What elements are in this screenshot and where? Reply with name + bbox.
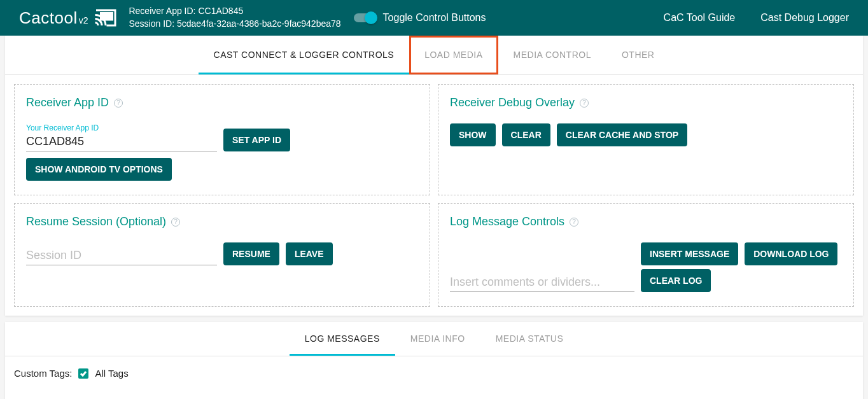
lower-tabs: LOG MESSAGES MEDIA INFO MEDIA STATUS bbox=[5, 322, 863, 356]
app-version-text: v2 bbox=[79, 15, 88, 25]
panel-title-debug-overlay: Receiver Debug Overlay ? bbox=[450, 96, 842, 109]
panel-title-text: Receiver Debug Overlay bbox=[450, 96, 575, 109]
input-label: Your Receiver App ID bbox=[26, 123, 217, 132]
link-cac-tool-guide[interactable]: CaC Tool Guide bbox=[664, 12, 736, 24]
panel-body: RESUME LEAVE bbox=[26, 242, 418, 265]
clear-cache-stop-button[interactable]: CLEAR CACHE AND STOP bbox=[557, 123, 687, 146]
panel-title-text: Resume Session (Optional) bbox=[26, 215, 166, 228]
tab-log-messages[interactable]: LOG MESSAGES bbox=[290, 322, 395, 356]
app-title: Cactoolv2 bbox=[19, 8, 88, 28]
link-cast-debug-logger[interactable]: Cast Debug Logger bbox=[760, 12, 849, 24]
log-comment-input-group bbox=[450, 274, 634, 292]
debug-overlay-buttons: SHOW CLEAR CLEAR CACHE AND STOP bbox=[450, 123, 842, 146]
panel-receiver-app-id: Receiver App ID ? Your Receiver App ID S… bbox=[14, 84, 430, 195]
panel-body: INSERT MESSAGE DOWNLOAD LOG CLEAR LOG bbox=[450, 242, 842, 292]
set-app-id-button[interactable]: SET APP ID bbox=[223, 129, 290, 151]
help-icon[interactable]: ? bbox=[570, 218, 578, 227]
insert-message-button[interactable]: INSERT MESSAGE bbox=[641, 242, 738, 265]
tab-media-info[interactable]: MEDIA INFO bbox=[395, 322, 480, 356]
tab-media-control[interactable]: MEDIA CONTROL bbox=[498, 36, 606, 74]
show-button[interactable]: SHOW bbox=[450, 123, 496, 146]
panel-title-log-controls: Log Message Controls ? bbox=[450, 215, 842, 228]
panel-title-receiver-app-id: Receiver App ID ? bbox=[26, 96, 418, 109]
show-android-tv-options-button[interactable]: SHOW ANDROID TV OPTIONS bbox=[26, 158, 172, 181]
toggle-control-buttons[interactable]: Toggle Control Buttons bbox=[354, 12, 486, 24]
session-id-label: Session ID: bbox=[129, 18, 174, 29]
session-info: Receiver App ID: CC1AD845 Session ID: 5c… bbox=[129, 5, 340, 30]
app-header: Cactoolv2 Receiver App ID: CC1AD845 Sess… bbox=[0, 0, 868, 36]
panel-title-text: Receiver App ID bbox=[26, 96, 109, 109]
receiver-app-id-input-group: Your Receiver App ID bbox=[26, 123, 217, 151]
log-buttons: INSERT MESSAGE DOWNLOAD LOG CLEAR LOG bbox=[641, 242, 837, 292]
receiver-id-value: CC1AD845 bbox=[198, 6, 243, 16]
panel-title-resume-session: Resume Session (Optional) ? bbox=[26, 215, 418, 228]
help-icon[interactable]: ? bbox=[580, 99, 589, 108]
check-icon bbox=[80, 370, 87, 377]
session-id-input[interactable] bbox=[26, 248, 217, 265]
download-log-button[interactable]: DOWNLOAD LOG bbox=[745, 242, 837, 265]
cast-icon bbox=[94, 8, 117, 27]
panel-title-text: Log Message Controls bbox=[450, 215, 564, 228]
main-panel: CAST CONNECT & LOGGER CONTROLS LOAD MEDI… bbox=[5, 36, 863, 316]
panel-body: Your Receiver App ID SET APP ID SHOW AND… bbox=[26, 123, 418, 181]
panels-grid: Receiver App ID ? Your Receiver App ID S… bbox=[5, 75, 863, 316]
clear-log-button[interactable]: CLEAR LOG bbox=[641, 269, 711, 292]
logo-group: Cactoolv2 bbox=[19, 8, 117, 28]
tab-load-media[interactable]: LOAD MEDIA bbox=[409, 36, 498, 74]
receiver-app-id-input[interactable] bbox=[26, 134, 217, 151]
toggle-switch[interactable] bbox=[354, 13, 375, 22]
main-tabs: CAST CONNECT & LOGGER CONTROLS LOAD MEDI… bbox=[5, 36, 863, 75]
panel-resume-session: Resume Session (Optional) ? RESUME LEAVE bbox=[14, 203, 430, 307]
custom-tags-label: Custom Tags: bbox=[14, 368, 72, 379]
clear-button[interactable]: CLEAR bbox=[502, 123, 550, 146]
custom-tags-row: Custom Tags: All Tags bbox=[5, 356, 863, 399]
help-icon[interactable]: ? bbox=[171, 218, 180, 227]
tab-other[interactable]: OTHER bbox=[606, 36, 670, 74]
lower-panel: LOG MESSAGES MEDIA INFO MEDIA STATUS Cus… bbox=[5, 322, 863, 399]
tab-media-status[interactable]: MEDIA STATUS bbox=[480, 322, 579, 356]
all-tags-label: All Tags bbox=[95, 368, 128, 379]
all-tags-checkbox[interactable] bbox=[78, 368, 88, 379]
svg-rect-0 bbox=[100, 12, 113, 21]
app-name-text: Cactool bbox=[19, 8, 78, 27]
resume-button[interactable]: RESUME bbox=[223, 242, 279, 265]
header-links: CaC Tool Guide Cast Debug Logger bbox=[664, 12, 849, 24]
log-comment-input[interactable] bbox=[450, 274, 634, 292]
leave-button[interactable]: LEAVE bbox=[286, 242, 333, 265]
panel-log-controls: Log Message Controls ? INSERT MESSAGE DO… bbox=[438, 203, 854, 307]
toggle-label: Toggle Control Buttons bbox=[383, 12, 486, 24]
help-icon[interactable]: ? bbox=[114, 99, 123, 108]
session-id-value: 5cdae4fa-32aa-4386-ba2c-9fac942bea78 bbox=[177, 18, 341, 29]
panel-debug-overlay: Receiver Debug Overlay ? SHOW CLEAR CLEA… bbox=[438, 84, 854, 195]
session-id-input-group bbox=[26, 248, 217, 265]
receiver-id-label: Receiver App ID: bbox=[129, 6, 195, 16]
tab-cast-connect[interactable]: CAST CONNECT & LOGGER CONTROLS bbox=[199, 36, 410, 74]
